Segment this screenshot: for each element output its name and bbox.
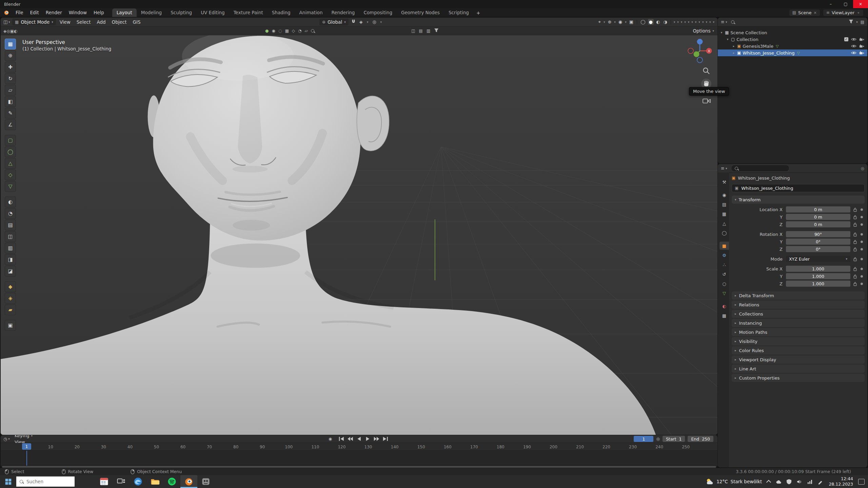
properties-tab-constraints[interactable]: ○: [719, 280, 729, 288]
breadcrumb[interactable]: ▣ Whitson_Jesse_Clothing: [732, 174, 865, 182]
add-workspace-button[interactable]: +: [473, 9, 483, 17]
tool-move[interactable]: ✚: [5, 62, 16, 73]
proportional-edit-icon[interactable]: ◎: [371, 19, 377, 25]
lock-icon[interactable]: [853, 257, 857, 261]
tool-brush-6[interactable]: ◨: [5, 254, 16, 265]
tool-add-plane[interactable]: ▢: [5, 135, 16, 146]
viewport-3d-scene[interactable]: [1, 35, 717, 435]
viewport-menu-gis[interactable]: GIS: [130, 18, 144, 26]
workspace-tab-modeling[interactable]: Modeling: [137, 8, 166, 17]
mode-dropdown[interactable]: ▦ Object Mode ▾: [12, 19, 56, 25]
timeline-ruler[interactable]: 1 10203040506070809010011012013014015016…: [1, 443, 717, 451]
viewport-toggle-icon[interactable]: ▾: [680, 20, 683, 24]
orientation-dropdown[interactable]: ⊕ Global ▾: [319, 19, 349, 25]
property-field-z[interactable]: 0°: [786, 246, 850, 252]
search-icon[interactable]: [731, 20, 734, 24]
workspace-tab-sculpting[interactable]: Sculpting: [166, 8, 196, 17]
timeline-scrollbar[interactable]: [1, 466, 717, 468]
properties-tab-material[interactable]: ◐: [719, 302, 729, 310]
overlay-setting-icon[interactable]: ▤: [419, 28, 422, 33]
panel-visibility[interactable]: ▸Visibility: [732, 337, 865, 345]
display-setting-icon[interactable]: ▦: [285, 28, 289, 33]
properties-search[interactable]: [731, 165, 789, 172]
workspace-tab-shading[interactable]: Shading: [268, 8, 295, 17]
viewport-toggle-icon[interactable]: ▾: [698, 20, 701, 24]
jump-to-end-button[interactable]: [381, 436, 390, 442]
shading-rendered[interactable]: ◑: [662, 19, 668, 25]
close-button[interactable]: ×: [853, 0, 868, 8]
camera-icon[interactable]: [859, 44, 864, 48]
panel-collections[interactable]: ▸Collections: [732, 310, 865, 318]
tool-select-box[interactable]: ▦: [5, 39, 16, 49]
playhead-chip[interactable]: 1: [22, 443, 31, 450]
filter-funnel-icon[interactable]: [434, 28, 439, 34]
shading-material[interactable]: ◐: [655, 19, 661, 25]
display-setting-icon[interactable]: ◔: [298, 28, 301, 33]
calendar-app-icon[interactable]: [96, 475, 113, 488]
property-field-y[interactable]: 0 m: [786, 214, 850, 220]
display-setting-icon[interactable]: ◉: [272, 28, 275, 33]
tool-add-empty[interactable]: ◇: [5, 169, 16, 180]
edge-app-icon[interactable]: [130, 475, 146, 488]
next-keyframe-button[interactable]: [373, 436, 381, 442]
viewlayer-selector[interactable]: ≡ ViewLayer ＋: [823, 9, 863, 16]
viewport-toggle-icon[interactable]: ▾: [712, 20, 715, 24]
options-dropdown[interactable]: Options ▾: [693, 28, 714, 34]
eye-icon[interactable]: [851, 44, 856, 48]
properties-tab-physics[interactable]: ↺: [719, 270, 729, 278]
snap-magnet-icon[interactable]: [351, 19, 356, 25]
weather-widget[interactable]: 12°C Stark bewölkt: [706, 478, 762, 486]
tool-extra-2[interactable]: ◈: [5, 293, 16, 304]
menu-edit[interactable]: Edit: [27, 9, 42, 16]
properties-tab-scene[interactable]: △: [719, 219, 729, 227]
display-setting-icon[interactable]: ●: [265, 28, 269, 33]
properties-tab-view-layer[interactable]: ▦: [719, 210, 729, 218]
lock-icon[interactable]: [853, 215, 857, 219]
taskbar-search-input[interactable]: [26, 479, 71, 485]
camera-icon[interactable]: [859, 51, 864, 55]
filter-funnel-icon[interactable]: [849, 19, 853, 25]
camera-view-icon[interactable]: [703, 98, 711, 104]
hidden-icons-chevron[interactable]: [766, 480, 771, 485]
viewport-toggle-icon[interactable]: ▾: [691, 20, 693, 24]
tool-setting-icon[interactable]: ◎: [6, 29, 10, 34]
tool-extra-1[interactable]: ◆: [5, 281, 16, 292]
viewport-toggle-icon[interactable]: ▾: [702, 20, 704, 24]
panel-color-rules[interactable]: ▸Color Rules: [732, 346, 865, 354]
minimize-button[interactable]: –: [823, 0, 838, 8]
animate-dot-icon[interactable]: [861, 223, 863, 226]
viewport-toggle-icon[interactable]: ▾: [688, 20, 690, 24]
lock-icon[interactable]: [853, 222, 857, 227]
axis-y-positive[interactable]: [694, 52, 699, 57]
animate-dot-icon[interactable]: [861, 216, 863, 218]
property-field-scale-x[interactable]: 1.000: [786, 266, 850, 272]
panel-instancing[interactable]: ▸Instancing: [732, 319, 865, 327]
property-field-y[interactable]: 1.000: [786, 273, 850, 279]
expander-icon[interactable]: ▸: [732, 44, 735, 48]
workspace-tab-scripting[interactable]: Scripting: [444, 8, 473, 17]
scene-selector[interactable]: ▤ Scene ×: [789, 9, 820, 16]
tool-brush-7[interactable]: ◪: [5, 266, 16, 277]
tool-extra-3[interactable]: ▰: [5, 304, 16, 315]
eye-icon[interactable]: [851, 38, 856, 41]
pin-id-icon[interactable]: ◎: [861, 166, 864, 171]
expander-icon[interactable]: ▸: [732, 51, 735, 55]
display-setting-icon[interactable]: ◇: [292, 28, 295, 33]
editor-type-icon[interactable]: ◫▾: [3, 19, 10, 24]
animate-dot-icon[interactable]: [861, 258, 863, 260]
properties-tab-render[interactable]: ◉: [719, 191, 729, 199]
panel-custom-properties[interactable]: ▸Custom Properties: [732, 374, 865, 382]
timeline-menu-keying[interactable]: Keying▾: [12, 435, 40, 439]
lock-icon[interactable]: [853, 207, 857, 212]
panel-motion-paths[interactable]: ▸Motion Paths: [732, 328, 865, 336]
properties-editor-icon[interactable]: ≡▾: [721, 166, 727, 171]
tool-brush-3[interactable]: ▤: [5, 220, 16, 230]
properties-tab-world[interactable]: ◯: [719, 229, 729, 237]
viewport-toggle-icon[interactable]: ▾: [705, 20, 708, 24]
workspace-tab-animation[interactable]: Animation: [295, 8, 327, 17]
property-field-mode[interactable]: XYZ Euler▾: [786, 256, 850, 262]
workspace-tab-compositing[interactable]: Compositing: [359, 8, 397, 17]
animate-dot-icon[interactable]: [861, 275, 863, 278]
workspace-tab-texture-paint[interactable]: Texture Paint: [229, 8, 268, 17]
zoom-view-icon[interactable]: [703, 67, 710, 75]
